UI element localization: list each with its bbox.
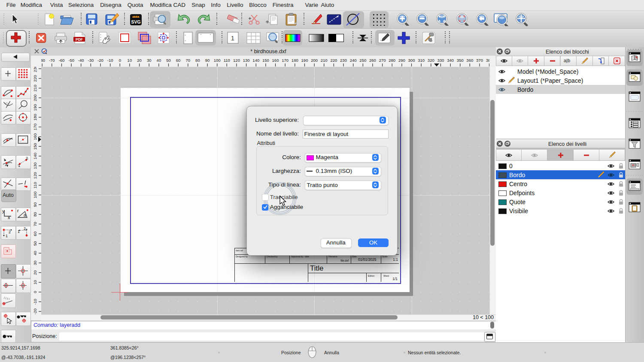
svg-text:-60: -60 xyxy=(59,58,65,63)
svg-text:380: 380 xyxy=(486,58,489,63)
svg-text:350: 350 xyxy=(457,58,464,63)
svg-text:0: 0 xyxy=(33,291,37,293)
svg-text:220: 220 xyxy=(330,58,337,63)
svg-text:110: 110 xyxy=(33,182,37,188)
svg-text:170: 170 xyxy=(33,124,37,130)
svg-text:50: 50 xyxy=(166,58,171,63)
svg-text:210: 210 xyxy=(321,58,328,63)
svg-text:2: 2 xyxy=(24,227,26,231)
svg-text:100: 100 xyxy=(33,192,37,199)
svg-text:190: 190 xyxy=(33,104,37,111)
svg-text:40: 40 xyxy=(157,58,161,63)
svg-text:2: 2 xyxy=(9,230,11,234)
svg-text:1: 1 xyxy=(231,35,234,42)
svg-text:-50: -50 xyxy=(68,58,74,63)
svg-text:140: 140 xyxy=(252,58,259,63)
svg-text:90: 90 xyxy=(33,202,37,207)
svg-text:120: 120 xyxy=(233,58,240,63)
svg-text:-10: -10 xyxy=(33,299,37,305)
svg-text:180: 180 xyxy=(292,58,298,63)
svg-text:150: 150 xyxy=(262,58,269,63)
svg-text:70: 70 xyxy=(186,58,191,63)
svg-text:80: 80 xyxy=(195,58,200,63)
svg-text:10: 10 xyxy=(128,58,132,63)
svg-text:50: 50 xyxy=(33,241,37,246)
svg-text:1: 1 xyxy=(6,234,8,238)
svg-text:r: r xyxy=(17,208,19,213)
svg-text:-30: -30 xyxy=(88,58,94,63)
svg-text:100: 100 xyxy=(214,58,221,63)
svg-text:160: 160 xyxy=(272,58,279,63)
svg-text:220: 220 xyxy=(33,75,37,82)
svg-text:290: 290 xyxy=(398,58,405,63)
svg-text:240: 240 xyxy=(350,58,357,63)
svg-text:320: 320 xyxy=(428,58,434,63)
svg-text:a: a xyxy=(24,213,26,217)
svg-text:160: 160 xyxy=(33,133,37,140)
svg-text:20: 20 xyxy=(33,270,37,275)
svg-text:200: 200 xyxy=(311,58,318,63)
svg-text:40: 40 xyxy=(33,251,37,256)
svg-text:260: 260 xyxy=(369,58,376,63)
svg-text:80: 80 xyxy=(33,212,37,217)
svg-text:10: 10 xyxy=(33,280,37,285)
svg-text:60: 60 xyxy=(33,232,37,236)
svg-text:370: 370 xyxy=(476,58,483,63)
svg-text:150: 150 xyxy=(33,143,37,150)
svg-text:0: 0 xyxy=(119,58,121,63)
svg-text:120: 120 xyxy=(33,172,37,179)
svg-text:170: 170 xyxy=(282,58,289,63)
svg-text:-70: -70 xyxy=(49,58,55,63)
svg-text:1: 1 xyxy=(18,229,20,234)
svg-text:1: 1 xyxy=(18,163,20,167)
svg-text:310: 310 xyxy=(418,58,425,63)
svg-text:20: 20 xyxy=(137,58,142,63)
svg-text:330: 330 xyxy=(437,58,444,63)
svg-text:230: 230 xyxy=(340,58,347,63)
svg-text:SVG: SVG xyxy=(131,19,140,24)
svg-text:190: 190 xyxy=(301,58,308,63)
svg-text:-10: -10 xyxy=(107,58,113,63)
svg-text:180: 180 xyxy=(33,114,37,121)
svg-text:280: 280 xyxy=(389,58,395,63)
svg-text:30: 30 xyxy=(147,58,152,63)
svg-text:230: 230 xyxy=(33,67,37,72)
svg-text:90: 90 xyxy=(205,58,210,63)
svg-text:140: 140 xyxy=(33,153,37,160)
svg-text:-80: -80 xyxy=(41,58,45,63)
svg-text:360: 360 xyxy=(466,58,473,63)
svg-text:300: 300 xyxy=(408,58,415,63)
svg-text:130: 130 xyxy=(33,163,37,169)
svg-text:-40: -40 xyxy=(78,58,84,63)
svg-text:210: 210 xyxy=(33,85,37,92)
svg-text:270: 270 xyxy=(379,58,386,63)
svg-text:110: 110 xyxy=(224,58,230,63)
svg-text:PDF: PDF xyxy=(76,37,83,42)
svg-text:2: 2 xyxy=(26,156,28,160)
svg-text:-20: -20 xyxy=(97,58,103,63)
svg-text:130: 130 xyxy=(243,58,250,63)
svg-text:30: 30 xyxy=(33,261,37,265)
svg-text:70: 70 xyxy=(33,222,37,226)
svg-text:200: 200 xyxy=(33,94,37,101)
svg-text:340: 340 xyxy=(447,58,454,63)
svg-text:250: 250 xyxy=(359,58,366,63)
svg-text:60: 60 xyxy=(176,58,181,63)
svg-text:x: x xyxy=(8,215,10,220)
svg-text:-20: -20 xyxy=(33,308,37,314)
